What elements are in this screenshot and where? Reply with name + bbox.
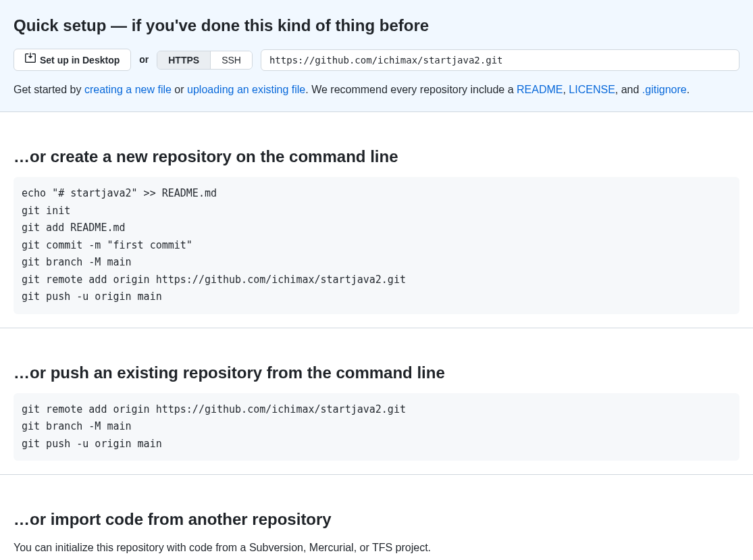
- create-repo-title: …or create a new repository on the comma…: [14, 145, 739, 169]
- gitignore-link[interactable]: .gitignore: [642, 84, 687, 95]
- create-repo-section: …or create a new repository on the comma…: [0, 131, 753, 328]
- setup-desktop-button[interactable]: Set up in Desktop: [14, 49, 131, 71]
- quick-setup-panel: Quick setup — if you've done this kind o…: [0, 0, 753, 112]
- import-code-title: …or import code from another repository: [14, 507, 739, 532]
- upload-existing-file-link[interactable]: uploading an existing file: [187, 84, 305, 95]
- protocol-toggle: HTTPS SSH: [157, 51, 253, 70]
- push-repo-section: …or push an existing repository from the…: [0, 347, 753, 476]
- license-link[interactable]: LICENSE: [569, 84, 615, 95]
- clone-url-input[interactable]: [261, 49, 739, 71]
- desktop-download-icon: [25, 53, 36, 67]
- protocol-ssh-button[interactable]: SSH: [210, 51, 252, 69]
- readme-link[interactable]: README: [517, 84, 563, 95]
- protocol-https-button[interactable]: HTTPS: [157, 51, 210, 69]
- create-repo-code[interactable]: echo "# startjava2" >> README.md git ini…: [14, 177, 739, 314]
- push-repo-title: …or push an existing repository from the…: [14, 361, 739, 385]
- quick-setup-title: Quick setup — if you've done this kind o…: [14, 14, 739, 38]
- setup-row: Set up in Desktop or HTTPS SSH: [14, 49, 739, 71]
- get-started-text: Get started by creating a new file or up…: [14, 82, 739, 98]
- create-new-file-link[interactable]: creating a new file: [84, 84, 172, 95]
- push-repo-code[interactable]: git remote add origin https://github.com…: [14, 393, 739, 461]
- setup-desktop-label: Set up in Desktop: [40, 53, 120, 67]
- import-code-section: …or import code from another repository …: [0, 494, 753, 560]
- or-separator: or: [139, 53, 149, 67]
- import-code-description: You can initialize this repository with …: [14, 540, 739, 556]
